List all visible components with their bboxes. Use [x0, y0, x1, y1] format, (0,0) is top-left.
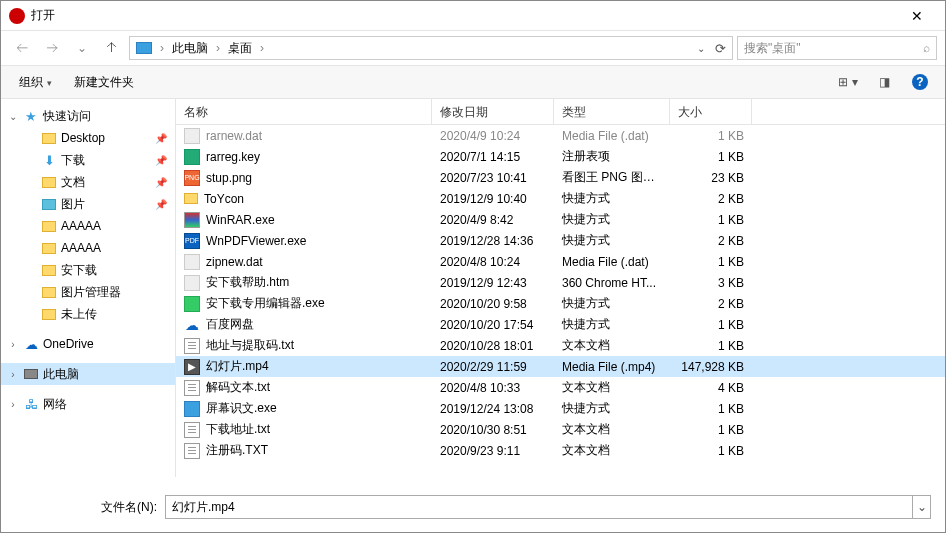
sidebar-aaaaa[interactable]: AAAAA [1, 237, 175, 259]
sidebar-unsent[interactable]: 未上传 [1, 303, 175, 325]
file-row[interactable]: 屏幕识文.exe2019/12/24 13:08快捷方式1 KB [176, 398, 945, 419]
file-size: 1 KB [670, 402, 752, 416]
file-icon [184, 128, 200, 144]
column-size[interactable]: 大小 [670, 99, 752, 124]
file-name: 解码文本.txt [206, 379, 270, 396]
file-name: 幻灯片.mp4 [206, 358, 269, 375]
column-date[interactable]: 修改日期 [432, 99, 554, 124]
file-type: 注册表项 [554, 148, 670, 165]
window-title: 打开 [31, 7, 897, 24]
sidebar-picmgr[interactable]: 图片管理器 [1, 281, 175, 303]
up-button[interactable]: 🡡 [99, 36, 125, 60]
file-list: 名称 修改日期 类型 大小 rarnew.dat2020/4/9 10:24Me… [176, 99, 945, 477]
sidebar-aaaaa[interactable]: AAAAA [1, 215, 175, 237]
file-name: 百度网盘 [206, 316, 254, 333]
file-row[interactable]: 注册码.TXT2020/9/23 9:11文本文档1 KB [176, 440, 945, 461]
search-placeholder: 搜索"桌面" [744, 40, 923, 57]
sidebar-documents[interactable]: 文档📌 [1, 171, 175, 193]
preview-pane-button[interactable]: ◨ [869, 70, 899, 94]
file-date: 2020/2/29 11:59 [432, 360, 554, 374]
crumb-desktop[interactable]: 桌面 [224, 40, 256, 57]
titlebar: 打开 ✕ [1, 1, 945, 31]
file-row[interactable]: 解码文本.txt2020/4/8 10:33文本文档4 KB [176, 377, 945, 398]
file-name: 屏幕识文.exe [206, 400, 277, 417]
file-type: 快捷方式 [554, 232, 670, 249]
new-folder-button[interactable]: 新建文件夹 [66, 71, 142, 94]
file-name: ToYcon [204, 192, 244, 206]
sidebar-anxz[interactable]: 安下载 [1, 259, 175, 281]
file-row[interactable]: 下载地址.txt2020/10/30 8:51文本文档1 KB [176, 419, 945, 440]
search-icon[interactable]: ⌕ [923, 41, 930, 55]
file-row[interactable]: ☁百度网盘2020/10/20 17:54快捷方式1 KB [176, 314, 945, 335]
app-icon [9, 8, 25, 24]
filename-dropdown[interactable]: ⌄ [913, 495, 931, 519]
pin-icon: 📌 [155, 133, 167, 144]
recent-dropdown[interactable]: ⌄ [69, 36, 95, 60]
file-name: 地址与提取码.txt [206, 337, 294, 354]
file-row[interactable]: rarreg.key2020/7/1 14:15注册表项1 KB [176, 146, 945, 167]
address-bar[interactable]: › 此电脑 › 桌面 › ⌄ ⟳ [129, 36, 733, 60]
close-button[interactable]: ✕ [897, 1, 937, 31]
file-name: 安下载专用编辑器.exe [206, 295, 325, 312]
file-type: 文本文档 [554, 379, 670, 396]
navbar: 🡠 🡢 ⌄ 🡡 › 此电脑 › 桌面 › ⌄ ⟳ 搜索"桌面" ⌕ [1, 31, 945, 65]
file-date: 2019/12/24 13:08 [432, 402, 554, 416]
dropdown-icon[interactable]: ⌄ [697, 43, 705, 54]
file-size: 1 KB [670, 318, 752, 332]
file-name: WnPDFViewer.exe [206, 234, 306, 248]
pin-icon: 📌 [155, 199, 167, 210]
bottom-panel: 文件名(N): ⌄ 打开(O) 取消 [1, 477, 945, 533]
file-icon: PNG [184, 170, 200, 186]
file-row[interactable]: ▶幻灯片.mp42020/2/29 11:59Media File (.mp4)… [176, 356, 945, 377]
file-date: 2020/4/8 10:33 [432, 381, 554, 395]
file-type: Media File (.dat) [554, 255, 670, 269]
column-type[interactable]: 类型 [554, 99, 670, 124]
file-row[interactable]: zipnew.dat2020/4/8 10:24Media File (.dat… [176, 251, 945, 272]
file-row[interactable]: WinRAR.exe2020/4/9 8:42快捷方式1 KB [176, 209, 945, 230]
file-name: stup.png [206, 171, 252, 185]
file-row[interactable]: 安下载专用编辑器.exe2020/10/20 9:58快捷方式2 KB [176, 293, 945, 314]
file-name: rarnew.dat [206, 129, 262, 143]
file-date: 2019/12/28 14:36 [432, 234, 554, 248]
file-type: 看图王 PNG 图片... [554, 169, 670, 186]
file-row[interactable]: 地址与提取码.txt2020/10/28 18:01文本文档1 KB [176, 335, 945, 356]
file-row[interactable]: PDFWnPDFViewer.exe2019/12/28 14:36快捷方式2 … [176, 230, 945, 251]
file-date: 2020/7/23 10:41 [432, 171, 554, 185]
file-size: 4 KB [670, 381, 752, 395]
sidebar-thispc[interactable]: ›此电脑 [1, 363, 175, 385]
crumb-thispc[interactable]: 此电脑 [168, 40, 212, 57]
file-type: 文本文档 [554, 442, 670, 459]
file-row[interactable]: 安下载帮助.htm2019/12/9 12:43360 Chrome HT...… [176, 272, 945, 293]
file-row[interactable]: rarnew.dat2020/4/9 10:24Media File (.dat… [176, 125, 945, 146]
file-row[interactable]: PNGstup.png2020/7/23 10:41看图王 PNG 图片...2… [176, 167, 945, 188]
sidebar-quick-access[interactable]: ⌄★快速访问 [1, 105, 175, 127]
search-input[interactable]: 搜索"桌面" ⌕ [737, 36, 937, 60]
file-type: Media File (.dat) [554, 129, 670, 143]
filename-input[interactable] [165, 495, 913, 519]
file-icon [184, 149, 200, 165]
refresh-button[interactable]: ⟳ [715, 41, 726, 56]
chevron-right-icon[interactable]: › [212, 41, 224, 55]
file-type: 360 Chrome HT... [554, 276, 670, 290]
pin-icon: 📌 [155, 155, 167, 166]
chevron-right-icon[interactable]: › [156, 41, 168, 55]
file-row[interactable]: ToYcon2019/12/9 10:40快捷方式2 KB [176, 188, 945, 209]
file-name: zipnew.dat [206, 255, 263, 269]
file-date: 2019/12/9 12:43 [432, 276, 554, 290]
help-button[interactable]: ? [905, 70, 935, 94]
organize-button[interactable]: 组织 [11, 71, 60, 94]
sidebar-downloads[interactable]: ⬇下载📌 [1, 149, 175, 171]
sidebar-onedrive[interactable]: ›☁OneDrive [1, 333, 175, 355]
sidebar-network[interactable]: ›🖧网络 [1, 393, 175, 415]
forward-button: 🡢 [39, 36, 65, 60]
sidebar-desktop[interactable]: Desktop📌 [1, 127, 175, 149]
sidebar-pictures[interactable]: 图片📌 [1, 193, 175, 215]
chevron-right-icon[interactable]: › [256, 41, 268, 55]
file-size: 1 KB [670, 129, 752, 143]
view-options-button[interactable]: ⊞ ▾ [833, 70, 863, 94]
column-name[interactable]: 名称 [176, 99, 432, 124]
file-date: 2020/10/20 17:54 [432, 318, 554, 332]
back-button[interactable]: 🡠 [9, 36, 35, 60]
file-date: 2020/4/8 10:24 [432, 255, 554, 269]
file-size: 2 KB [670, 192, 752, 206]
